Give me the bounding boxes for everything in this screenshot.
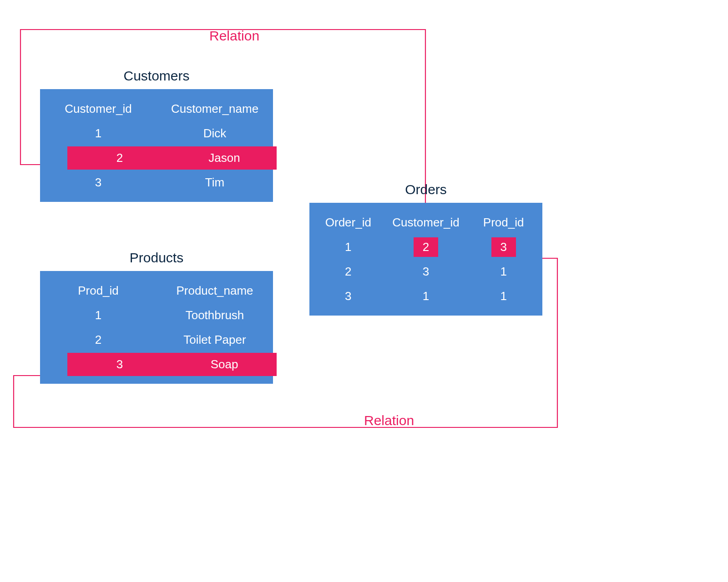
- table-row: 2 3 1: [309, 259, 542, 284]
- cell: 3: [387, 265, 465, 279]
- cell: 3: [40, 176, 157, 190]
- products-header: Prod_id Product_name: [40, 278, 273, 303]
- col-header: Customer_name: [157, 102, 273, 116]
- col-header: Prod_id: [465, 216, 542, 230]
- customers-title: Customers: [40, 68, 273, 84]
- table-row: 1 Toothbrush: [40, 303, 273, 327]
- cell: 2: [309, 265, 387, 279]
- customers-table: Customer_id Customer_name 1 Dick 2 Jason…: [40, 89, 273, 202]
- cell: 1: [387, 289, 465, 303]
- cell: 3: [309, 289, 387, 303]
- orders-header: Order_id Customer_id Prod_id: [309, 210, 542, 235]
- table-row: 1 Dick: [40, 121, 273, 146]
- cell: Soap: [172, 353, 277, 376]
- cell-highlighted: 2: [387, 237, 465, 257]
- products-table: Prod_id Product_name 1 Toothbrush 2 Toil…: [40, 271, 273, 384]
- cell: Toilet Paper: [157, 333, 273, 347]
- relation-label-top: Relation: [209, 28, 259, 44]
- cell: 1: [465, 265, 542, 279]
- cell: Dick: [157, 126, 273, 140]
- cell: Tim: [157, 176, 273, 190]
- col-header: Customer_id: [40, 102, 157, 116]
- col-header: Prod_id: [40, 284, 157, 298]
- cell: 1: [40, 308, 157, 322]
- cell: 1: [465, 289, 542, 303]
- table-row: 2 Toilet Paper: [40, 327, 273, 352]
- table-row-highlighted: 3 Soap: [67, 352, 277, 376]
- cell: Jason: [172, 146, 277, 170]
- cell-highlighted: 3: [465, 237, 542, 257]
- cell: 1: [40, 126, 157, 140]
- col-header: Customer_id: [387, 216, 465, 230]
- cell: 1: [309, 240, 387, 254]
- products-title: Products: [40, 250, 273, 266]
- table-row: 3 1 1: [309, 284, 542, 308]
- table-row-highlighted: 2 Jason: [67, 146, 277, 170]
- table-row: 3 Tim: [40, 170, 273, 195]
- customers-header: Customer_id Customer_name: [40, 96, 273, 121]
- cell: 3: [67, 353, 172, 376]
- products-table-wrap: Products Prod_id Product_name 1 Toothbru…: [40, 250, 273, 384]
- relational-diagram: Relation Relation Customers Customer_id …: [73, 82, 655, 500]
- col-header: Product_name: [157, 284, 273, 298]
- customers-table-wrap: Customers Customer_id Customer_name 1 Di…: [40, 68, 273, 202]
- orders-table: Order_id Customer_id Prod_id 1 2 3 2 3 1…: [309, 203, 542, 316]
- orders-table-wrap: Orders Order_id Customer_id Prod_id 1 2 …: [309, 182, 542, 316]
- table-row: 1 2 3: [309, 235, 542, 259]
- cell: Toothbrush: [157, 308, 273, 322]
- cell: 2: [67, 146, 172, 170]
- orders-title: Orders: [309, 182, 542, 197]
- relation-label-bottom: Relation: [364, 413, 414, 428]
- cell: 2: [40, 333, 157, 347]
- col-header: Order_id: [309, 216, 387, 230]
